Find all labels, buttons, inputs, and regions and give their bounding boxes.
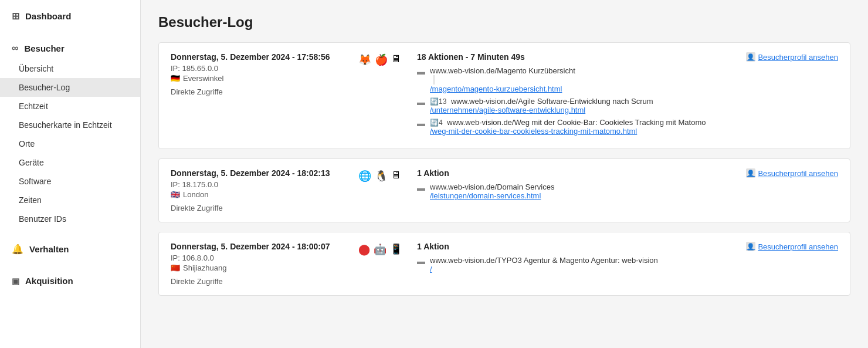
profile-link-anchor-3[interactable]: 👤 Besucherprofil ansehen — [746, 242, 838, 251]
profile-link-anchor-1[interactable]: 👤 Besucherprofil ansehen — [746, 52, 838, 62]
sidebar-sub-orte[interactable]: Orte — [0, 134, 140, 153]
log-entry-1: Donnerstag, 5. Dezember 2024 - 17:58:56 … — [158, 42, 850, 149]
os-icon-1: 🍎 — [375, 53, 388, 66]
log-icons-1: 🦊 🍎 🖥 — [358, 52, 405, 139]
log-page-content-1-3: 🔄4 www.web-vision.de/Weg mit der Cookie-… — [430, 118, 740, 136]
profile-icon-3: 👤 — [746, 242, 755, 251]
log-page-site-2-1: www.web-vision.de/Domain Services — [430, 183, 740, 191]
log-entry-2: Donnerstag, 5. Dezember 2024 - 18:02:13 … — [158, 158, 850, 222]
browser-icon-1: 🦊 — [358, 53, 371, 66]
log-actions-title-3: 1 Aktion — [417, 242, 740, 251]
divider-1-1 — [433, 75, 435, 85]
log-access-type-1: Direkte Zugriffe — [171, 87, 347, 96]
log-page-url-1-3[interactable]: /weg-mit-der-cookie-bar-cookieless-track… — [430, 127, 637, 136]
flag-icon-3: 🇨🇳 — [171, 263, 180, 272]
profile-icon-1: 👤 — [746, 52, 755, 62]
sidebar-label-verhalten: Verhalten — [29, 244, 69, 254]
log-access-type-2: Direkte Zugriffe — [171, 204, 347, 212]
log-location-1: 🇩🇪 Everswinkel — [171, 74, 347, 83]
folder-icon-1-3: ▬ — [417, 119, 425, 128]
log-actions-title-2: 1 Aktion — [417, 168, 740, 178]
sidebar-sub-zeiten[interactable]: Zeiten — [0, 191, 140, 210]
log-page-site-3-1: www.web-vision.de/TYPO3 Agentur & Magent… — [430, 256, 740, 265]
sidebar-sub-echtzeit[interactable]: Echtzeit — [0, 97, 140, 116]
os-icon-3: 🤖 — [374, 243, 386, 256]
device-icon-1: 🖥 — [391, 53, 401, 65]
device-icon-3: 📱 — [390, 243, 402, 255]
sidebar-sub-besucher-log[interactable]: Besucher-Log — [0, 78, 140, 97]
profile-link-anchor-2[interactable]: 👤 Besucherprofil ansehen — [746, 168, 838, 178]
log-icons-3: ⬤ 🤖 📱 — [358, 242, 405, 286]
log-ip-1: IP: 185.65.0.0 — [171, 64, 347, 73]
log-page-entry-1-2: ▬ 🔄13 www.web-vision.de/Agile Software-E… — [417, 97, 740, 114]
folder-icon-3-1: ▬ — [417, 256, 425, 266]
log-ip-2: IP: 18.175.0.0 — [171, 180, 347, 189]
sidebar-label-besucher: Besucher — [24, 43, 64, 53]
log-datetime-3: Donnerstag, 5. Dezember 2024 - 18:00:07 — [171, 242, 347, 251]
log-entry-3: Donnerstag, 5. Dezember 2024 - 18:00:07 … — [158, 232, 850, 296]
log-datetime-1: Donnerstag, 5. Dezember 2024 - 17:58:56 — [171, 52, 347, 62]
log-left-3: Donnerstag, 5. Dezember 2024 - 18:00:07 … — [171, 242, 347, 286]
os-icon-2: 🐧 — [375, 170, 388, 183]
location-text-1: Everswinkel — [183, 74, 223, 83]
log-ip-3: IP: 106.8.0.0 — [171, 254, 347, 262]
log-page-site-1-1: www.web-vision.de/Magento Kurzübersicht — [430, 66, 740, 75]
browser-icon-2: 🌐 — [358, 170, 371, 183]
verhalten-icon: 🔔 — [12, 244, 23, 255]
sidebar-label-dashboard: Dashboard — [25, 11, 71, 21]
log-page-url-1-1[interactable]: /magento/magento-kurzuebersicht.html — [430, 85, 562, 93]
device-icon-2: 🖥 — [391, 170, 401, 181]
browser-icon-3: ⬤ — [358, 243, 370, 256]
log-page-url-2-1[interactable]: /leistungen/domain-services.html — [430, 191, 541, 200]
log-location-3: 🇨🇳 Shijiazhuang — [171, 263, 347, 272]
profile-link-label-2: Besucherprofil ansehen — [758, 169, 838, 178]
dashboard-icon: ⊞ — [12, 11, 19, 22]
location-text-2: London — [183, 190, 208, 199]
log-page-content-1-1: www.web-vision.de/Magento Kurzübersicht … — [430, 66, 740, 93]
log-page-site-1-3: 🔄4 www.web-vision.de/Weg mit der Cookie-… — [430, 118, 740, 127]
log-actions-title-1: 18 Aktionen - 7 Minuten 49s — [417, 52, 740, 62]
sidebar-sub-benutzer-ids[interactable]: Benutzer IDs — [0, 210, 140, 228]
log-page-site-1-2: 🔄13 www.web-vision.de/Agile Software-Ent… — [430, 97, 740, 106]
flag-icon-1: 🇩🇪 — [171, 74, 180, 83]
sidebar: ⊞ Dashboard ∞ Besucher Übersicht Besuche… — [0, 0, 141, 348]
sidebar-sub-software[interactable]: Software — [0, 172, 140, 191]
log-page-entry-3-1: ▬ www.web-vision.de/TYPO3 Agentur & Mage… — [417, 256, 740, 273]
sidebar-sub-uebersicht[interactable]: Übersicht — [0, 59, 140, 78]
repeat-badge-1-3: 🔄4 — [430, 119, 443, 127]
log-access-type-3: Direkte Zugriffe — [171, 277, 347, 286]
log-page-url-1-2[interactable]: /unternehmen/agile-software-entwicklung.… — [430, 106, 585, 114]
log-profile-link-2: 👤 Besucherprofil ansehen — [740, 168, 838, 204]
main-content: Besucher-Log Donnerstag, 5. Dezember 202… — [141, 0, 868, 348]
sidebar-sub-besucherkarte[interactable]: Besucherkarte in Echtzeit — [0, 116, 140, 134]
folder-icon-2-1: ▬ — [417, 183, 425, 192]
folder-icon-1-2: ▬ — [417, 97, 425, 107]
sidebar-item-besucher[interactable]: ∞ Besucher — [0, 37, 140, 59]
profile-icon-2: 👤 — [746, 168, 755, 178]
location-text-3: Shijiazhuang — [183, 263, 226, 272]
flag-icon-2: 🇬🇧 — [171, 190, 180, 199]
sidebar-sub-geraete[interactable]: Geräte — [0, 153, 140, 172]
log-page-entry-2-1: ▬ www.web-vision.de/Domain Services /lei… — [417, 183, 740, 200]
log-page-content-1-2: 🔄13 www.web-vision.de/Agile Software-Ent… — [430, 97, 740, 114]
profile-link-label-1: Besucherprofil ansehen — [758, 53, 838, 62]
akquisition-icon: ▣ — [12, 276, 19, 286]
log-left-1: Donnerstag, 5. Dezember 2024 - 17:58:56 … — [171, 52, 347, 139]
log-page-content-2-1: www.web-vision.de/Domain Services /leist… — [430, 183, 740, 200]
log-left-2: Donnerstag, 5. Dezember 2024 - 18:02:13 … — [171, 168, 347, 212]
log-page-content-3-1: www.web-vision.de/TYPO3 Agentur & Magent… — [430, 256, 740, 273]
log-page-entry-1-3: ▬ 🔄4 www.web-vision.de/Weg mit der Cooki… — [417, 118, 740, 136]
repeat-badge-1-2: 🔄13 — [430, 97, 446, 106]
sidebar-item-akquisition[interactable]: ▣ Akquisition — [0, 270, 140, 292]
log-right-3: 1 Aktion ▬ www.web-vision.de/TYPO3 Agent… — [417, 242, 838, 286]
log-profile-link-1: 👤 Besucherprofil ansehen — [740, 52, 838, 139]
sidebar-label-akquisition: Akquisition — [25, 276, 73, 286]
log-location-2: 🇬🇧 London — [171, 190, 347, 199]
sidebar-item-verhalten[interactable]: 🔔 Verhalten — [0, 238, 140, 261]
log-right-1: 18 Aktionen - 7 Minuten 49s ▬ www.web-vi… — [417, 52, 838, 139]
log-icons-2: 🌐 🐧 🖥 — [358, 168, 405, 212]
besucher-icon: ∞ — [12, 43, 18, 53]
sidebar-item-dashboard[interactable]: ⊞ Dashboard — [0, 5, 140, 28]
log-profile-link-3: 👤 Besucherprofil ansehen — [740, 242, 838, 277]
log-page-url-3-1[interactable]: / — [430, 265, 432, 273]
